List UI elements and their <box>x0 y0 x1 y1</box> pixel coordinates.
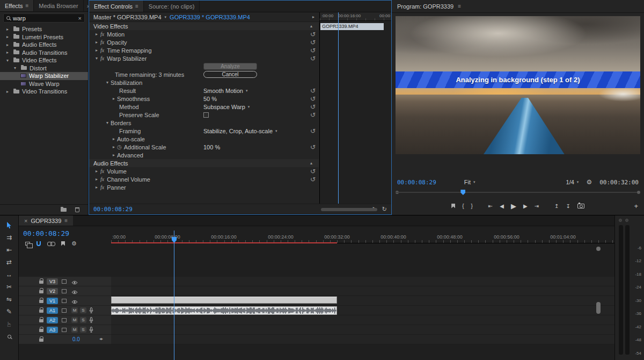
tree-item-video-transitions[interactable]: ▸ Video Transitions <box>0 88 88 96</box>
additional-scale-value[interactable]: 100 % <box>203 144 220 150</box>
chevron-right-icon[interactable]: ▸ <box>93 32 100 37</box>
tab-effects[interactable]: Effects ≡ <box>0 0 34 11</box>
lock-icon[interactable] <box>39 280 43 284</box>
cancel-button[interactable]: Cancel <box>203 71 257 78</box>
horizontal-scrollbar[interactable] <box>321 208 377 211</box>
result-dropdown[interactable]: Smooth Motion ▾ <box>203 88 248 94</box>
track-content-v2[interactable] <box>111 286 614 296</box>
fit-track-icon[interactable]: ◂▸ <box>99 336 103 341</box>
selection-tool[interactable] <box>6 222 12 229</box>
vertical-scrollbar[interactable] <box>596 302 601 314</box>
track-label-v3[interactable]: V3 <box>47 278 58 285</box>
track-content-v1[interactable] <box>111 296 614 306</box>
chevron-down-icon[interactable]: ▾ <box>104 80 111 85</box>
clear-search-icon[interactable]: × <box>78 15 82 21</box>
chevron-right-icon[interactable]: ▸ <box>111 96 117 101</box>
eye-icon[interactable] <box>71 299 78 305</box>
reset-icon[interactable]: ↺ <box>310 32 316 37</box>
mark-in-icon[interactable]: { <box>462 203 464 209</box>
chevron-right-icon[interactable]: ▸ <box>93 185 100 190</box>
mute-button[interactable]: M <box>71 307 78 313</box>
mark-out-icon[interactable]: } <box>471 203 473 209</box>
nest-sequences-icon[interactable] <box>25 242 30 246</box>
lock-icon[interactable] <box>39 319 43 322</box>
preserve-scale-checkbox[interactable] <box>203 112 209 118</box>
ec-row-time-remapping[interactable]: ▸ fx Time Remapping ↺ <box>89 46 319 54</box>
snap-icon[interactable] <box>36 241 41 246</box>
scrubber-handle[interactable] <box>637 191 640 194</box>
fit-dropdown[interactable]: Fit ▾ <box>464 179 475 185</box>
tree-item-presets[interactable]: ▸ Presets <box>0 25 88 33</box>
go-to-out-icon[interactable]: ⇥ <box>535 203 539 209</box>
analyze-button[interactable]: Analyze <box>203 63 257 70</box>
voiceover-record-icon[interactable] <box>89 317 93 324</box>
timeline-view-toggle-icon[interactable]: ▸ <box>312 15 314 19</box>
ec-row-channel-volume[interactable]: ▸ fx Channel Volume ↺ <box>89 175 319 183</box>
chevron-right-icon[interactable]: ▸ <box>93 169 100 174</box>
track-content-v3[interactable] <box>111 277 614 286</box>
voiceover-record-icon[interactable] <box>89 327 93 334</box>
chevron-right-icon[interactable]: ▸ <box>111 136 117 141</box>
reset-icon[interactable]: ↺ <box>310 48 316 53</box>
sync-lock-icon[interactable] <box>62 289 67 293</box>
new-custom-bin-icon[interactable] <box>61 208 67 212</box>
lock-icon[interactable] <box>39 290 43 293</box>
chevron-right-icon[interactable]: ▸ <box>111 145 117 149</box>
tree-item-audio-effects[interactable]: ▸ Audio Effects <box>0 41 88 49</box>
ec-row-warp-stabilizer[interactable]: ▾ fx Warp Stabilizer ↺ <box>89 54 319 62</box>
track-label-v1[interactable]: V1 <box>47 298 58 304</box>
program-scrubber[interactable] <box>396 189 640 196</box>
reset-icon[interactable]: ↺ <box>310 112 316 118</box>
chevron-right-icon[interactable]: ▸ <box>93 40 100 45</box>
track-label-a2[interactable]: A2 <box>47 317 58 323</box>
ec-row-panner[interactable]: ▸ fx Panner <box>89 183 319 191</box>
tree-item-distort[interactable]: ▾ Distort <box>0 64 88 73</box>
eye-icon[interactable] <box>71 279 78 286</box>
play-button[interactable]: ▶ <box>511 202 516 210</box>
reset-icon[interactable]: ↺ <box>310 145 316 150</box>
sync-lock-icon[interactable] <box>62 308 67 313</box>
track-select-forward-tool[interactable]: ⇉ <box>6 234 12 241</box>
ec-row-opacity[interactable]: ▸ fx Opacity ↺ <box>89 38 319 46</box>
lock-icon[interactable] <box>39 300 43 303</box>
master-level-value[interactable]: 0.0 <box>72 336 80 342</box>
program-timecode[interactable]: 00:00:08:29 <box>397 179 436 186</box>
lock-icon[interactable] <box>39 339 43 342</box>
linked-selection-icon[interactable] <box>47 241 55 246</box>
chevron-right-icon[interactable]: ▸ <box>4 50 11 55</box>
ripple-edit-tool[interactable]: ⇤ <box>6 247 12 254</box>
track-label-a3[interactable]: A3 <box>47 327 58 333</box>
sync-lock-icon[interactable] <box>62 299 67 303</box>
ec-row-advanced[interactable]: ▸ Advanced <box>89 151 319 159</box>
button-editor-icon[interactable]: + <box>634 202 638 210</box>
tree-item-video-effects[interactable]: ▾ Video Effects <box>0 56 88 64</box>
panel-menu-icon[interactable]: ≡ <box>25 3 28 9</box>
reset-icon[interactable]: ↺ <box>310 40 316 45</box>
extract-icon[interactable]: ↧ <box>566 203 570 209</box>
timeline-timecode[interactable]: 00:00:08:29 <box>23 229 69 237</box>
chevron-down-icon[interactable]: ▾ <box>4 58 11 63</box>
hand-tool[interactable]: ☞ <box>5 321 12 327</box>
step-forward-icon[interactable]: ▶ <box>523 203 528 209</box>
solo-button[interactable]: S <box>80 327 86 333</box>
lock-icon[interactable] <box>39 309 43 313</box>
timeline-settings-icon[interactable]: ⚙ <box>71 240 77 247</box>
tree-item-wave-warp[interactable]: Wave Warp <box>0 80 88 88</box>
framing-dropdown[interactable]: Stabilize, Crop, Auto-scale ▾ <box>203 128 277 134</box>
chevron-right-icon[interactable]: ▸ <box>111 153 117 157</box>
voiceover-record-icon[interactable] <box>89 307 93 314</box>
reset-icon[interactable]: ↺ <box>310 128 316 134</box>
ec-row-motion[interactable]: ▸ fx Motion ↺ <box>89 30 319 38</box>
reset-icon[interactable]: ↺ <box>310 177 316 182</box>
lift-icon[interactable]: ↥ <box>554 203 559 209</box>
sync-lock-icon[interactable] <box>62 328 67 332</box>
zoom-tool[interactable] <box>8 333 11 340</box>
video-clip[interactable] <box>111 297 337 304</box>
collapse-icon[interactable]: ▴ <box>310 24 312 28</box>
pen-tool[interactable]: ✎ <box>6 308 12 315</box>
panel-menu-icon[interactable]: ≡ <box>64 218 68 224</box>
panel-menu-icon[interactable]: ≡ <box>135 3 138 9</box>
ec-playhead[interactable] <box>338 12 339 204</box>
mute-button[interactable]: M <box>71 317 78 323</box>
ec-row-stabilization[interactable]: ▾ Stabilization <box>89 78 319 87</box>
